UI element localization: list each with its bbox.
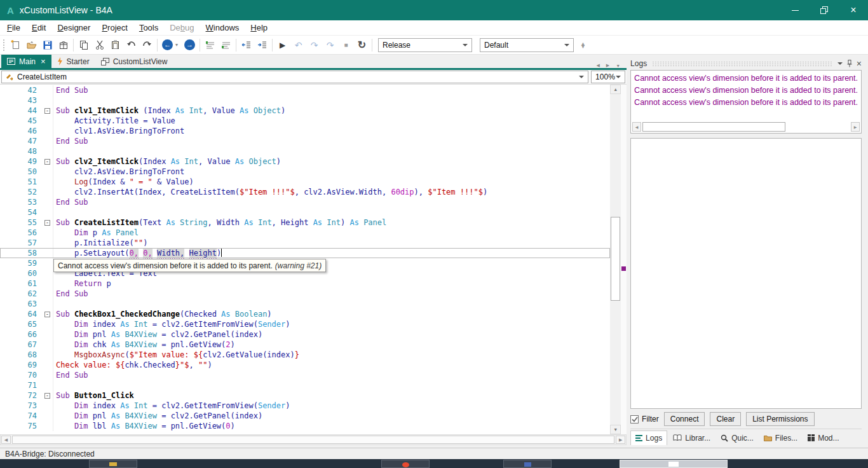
log-message[interactable]: Cannot access view's dimension before it… [634,97,858,109]
scroll-left-icon[interactable]: ◀ [632,122,641,132]
code-line-57[interactable]: 57 p.Initialize("") [0,238,610,248]
warning-marker[interactable] [621,266,626,271]
code-line-44[interactable]: 44-Sub clv1_ItemClick (Index As Int, Val… [0,106,610,116]
zoom-select[interactable]: 100% [591,71,625,83]
taskbar-item[interactable] [381,460,430,468]
code-line-69[interactable]: 69Check value: ${chk.Checked}"$, "") [0,360,610,370]
code-line-47[interactable]: 47End Sub [0,136,610,146]
filter-checkbox[interactable]: Filter [630,415,659,423]
taskbar-item[interactable] [89,460,137,468]
code-line-70[interactable]: 70End Sub [0,370,610,380]
fold-collapse-icon[interactable]: - [44,312,50,317]
member-select[interactable]: CreateListItem [1,71,588,83]
panel-menu-button[interactable] [837,62,843,65]
tab-close-icon[interactable]: × [41,57,46,65]
clear-button[interactable]: Clear [710,412,741,426]
new-module-button[interactable] [8,37,24,53]
compile-run-button[interactable]: ▶ [275,37,290,53]
taskbar-item[interactable] [503,460,552,468]
profile-select[interactable]: Default [480,38,574,52]
code-line-67[interactable]: 67 Dim chk As B4XView = pnl.GetView(2) [0,340,610,350]
redo-button[interactable] [139,37,155,53]
editor-vertical-scrollbar[interactable]: ▲ ▼ [610,85,621,434]
code-line-64[interactable]: 64-Sub CheckBox1_CheckedChange(Checked A… [0,309,610,319]
code-line-53[interactable]: 53End Sub [0,197,610,207]
code-line-56[interactable]: 56 Dim p As Panel [0,228,610,238]
menu-windows[interactable]: Windows [200,21,245,34]
log-message[interactable]: Cannot access view's dimension before it… [634,85,858,97]
tab-logs[interactable]: Logs [630,430,667,445]
code-line-42[interactable]: 42End Sub [0,85,610,95]
code-line-61[interactable]: 61 Return p [0,279,610,289]
scroll-right-icon[interactable]: ▶ [851,122,860,132]
menu-project[interactable]: Project [96,21,133,34]
tab-quick-search[interactable]: Quic... [716,430,758,445]
menu-edit[interactable]: Edit [26,21,51,34]
paste-button[interactable] [107,37,123,53]
code-line-50[interactable]: 50 clv2.AsView.BringToFront [0,167,610,177]
code-line-48[interactable]: 48 [0,146,610,156]
scroll-left-icon[interactable]: ◀ [1,436,11,444]
open-project-button[interactable] [24,37,39,53]
code-line-65[interactable]: 65 Dim index As Int = clv2.GetItemFromVi… [0,319,610,329]
build-configuration-select[interactable]: Release [378,38,472,52]
code-editor[interactable]: 42End Sub4344-Sub clv1_ItemClick (Index … [0,84,627,434]
scroll-right-icon[interactable]: ▶ [616,436,625,444]
logs-scroll-thumb[interactable] [642,122,785,132]
fold-collapse-icon[interactable]: - [44,220,50,226]
code-line-75[interactable]: 75 Dim lbl As B4XView = pnl.GetView(0) [0,421,610,431]
tab-main[interactable]: Main × [1,55,51,68]
menu-file[interactable]: File [1,21,26,34]
back-history-dropdown[interactable]: ▾ [175,42,182,48]
uncomment-button[interactable] [218,37,234,53]
fold-collapse-icon[interactable]: - [44,393,50,399]
horizontal-scroll-thumb[interactable] [12,436,614,444]
export-project-button[interactable] [55,37,71,53]
code-line-74[interactable]: 74 Dim pnl As B4XView = clv2.GetPanel(in… [0,411,610,421]
scroll-up-icon[interactable]: ▲ [610,85,621,94]
fold-collapse-icon[interactable]: - [44,108,50,114]
code-line-49[interactable]: 49-Sub clv2_ItemClick(Index As Int, Valu… [0,156,610,167]
code-line-62[interactable]: 62End Sub [0,289,610,299]
step-over-button[interactable]: ↷ [306,37,322,53]
step-into-button[interactable]: ↶ [290,37,306,53]
code-line-43[interactable]: 43 [0,95,610,106]
navigate-back-button[interactable]: ← [159,37,175,53]
copy-button[interactable] [76,37,92,53]
log-message[interactable]: Cannot access view's dimension before it… [634,72,858,85]
tab-libraries[interactable]: Librar... [668,430,715,445]
code-line-71[interactable]: 71 [0,380,610,390]
stop-button[interactable]: ■ [338,37,354,53]
code-line-55[interactable]: 55-Sub CreateListItem(Text As String, Wi… [0,217,610,228]
code-line-54[interactable]: 54 [0,207,610,217]
tab-scroll-right-icon[interactable]: ▶ [606,63,609,68]
logs-message-list[interactable]: Cannot access view's dimension before it… [630,70,862,134]
code-line-51[interactable]: 51 Log(Index & " = " & Value) [0,177,610,187]
minimize-button[interactable] [780,0,810,20]
restore-button[interactable] [810,0,839,20]
code-line-72[interactable]: 72-Sub Button1_Click [0,390,610,401]
code-line-63[interactable]: 63 [0,299,610,309]
outdent-button[interactable] [238,37,254,53]
code-line-45[interactable]: 45 Activity.Title = Value [0,116,610,126]
list-permissions-button[interactable]: List Permissions [746,412,814,426]
tab-starter[interactable]: Starter [51,55,95,68]
connect-button[interactable]: Connect [664,412,705,426]
navigate-forward-button[interactable]: → [182,37,198,53]
code-line-66[interactable]: 66 Dim pnl As B4XView = clv2.GetPanel(in… [0,329,610,340]
fold-collapse-icon[interactable]: - [44,159,50,165]
cut-button[interactable] [92,37,107,53]
taskbar-item-active[interactable] [620,460,728,468]
code-line-52[interactable]: 52 clv2.InsertAt(Index, CreateListItem($… [0,187,610,197]
toolbar-overflow-button[interactable]: ▲▼ [580,43,586,48]
code-line-58[interactable]: 58 p.SetLayout(0, 0, Width, Height) [0,248,610,258]
code-line-68[interactable]: 68 MsgboxAsync($"Item value: ${clv2.GetV… [0,350,610,360]
logs-detail-area[interactable] [630,138,862,409]
save-all-button[interactable] [39,37,55,53]
step-out-button[interactable]: ↷ [322,37,338,53]
indent-button[interactable] [254,37,270,53]
tab-customlistview[interactable]: CustomListView [95,55,173,68]
comment-button[interactable] [202,37,218,53]
tab-list-dropdown-icon[interactable]: ▼ [616,64,620,68]
undo-button[interactable] [123,37,139,53]
